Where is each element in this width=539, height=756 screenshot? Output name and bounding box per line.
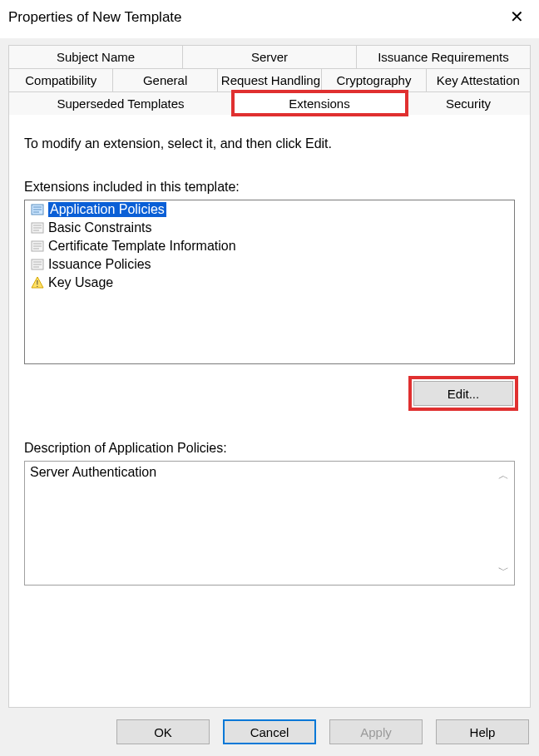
ok-button[interactable]: OK <box>116 719 210 744</box>
tab-container: Subject Name Server Issuance Requirement… <box>8 45 531 115</box>
list-item-label: Issuance Policies <box>48 257 151 272</box>
extensions-list-label: Extensions included in this template: <box>24 180 515 195</box>
cancel-button[interactable]: Cancel <box>223 719 316 744</box>
certificate-icon <box>30 257 45 272</box>
tab-label: Server <box>251 50 288 64</box>
dialog-title: Properties of New Template <box>8 9 182 26</box>
tab-security[interactable]: Security <box>407 91 531 115</box>
list-item[interactable]: ! Key Usage <box>25 274 514 292</box>
list-item[interactable]: Application Policies <box>25 200 514 219</box>
list-item-label: Basic Constraints <box>48 220 152 235</box>
description-label: Description of Application Policies: <box>24 441 515 456</box>
tab-label: Extensions <box>289 96 349 111</box>
tab-issuance-requirements[interactable]: Issuance Requirements <box>357 45 531 68</box>
list-item-label: Key Usage <box>48 275 113 290</box>
tab-compatibility[interactable]: Compatibility <box>8 68 113 91</box>
tab-request-handling[interactable]: Request Handling <box>218 68 322 91</box>
tab-subject-name[interactable]: Subject Name <box>8 45 183 68</box>
edit-button[interactable]: Edit... <box>413 381 513 406</box>
description-box[interactable]: Server Authentication ︿ ﹀ <box>24 461 515 586</box>
tab-server[interactable]: Server <box>183 45 357 68</box>
scroll-down-icon[interactable]: ﹀ <box>498 563 509 578</box>
tab-label: Issuance Requirements <box>378 50 509 64</box>
tab-label: Cryptography <box>336 73 411 87</box>
tab-row-2: Compatibility General Request Handling C… <box>8 68 531 91</box>
tab-label: Key Attestation <box>437 73 520 87</box>
tab-general[interactable]: General <box>113 68 217 91</box>
scroll-up-icon[interactable]: ︿ <box>498 468 509 483</box>
list-item[interactable]: Basic Constraints <box>25 219 514 237</box>
edit-button-highlight: Edit... <box>412 379 515 408</box>
svg-text:!: ! <box>37 279 39 289</box>
titlebar: Properties of New Template ✕ <box>0 0 539 38</box>
tab-row-3: Superseded Templates Extensions Security <box>8 91 531 115</box>
help-button[interactable]: Help <box>436 719 529 744</box>
list-item-label: Certificate Template Information <box>48 239 236 254</box>
tab-label: General <box>143 73 187 87</box>
tab-superseded-templates[interactable]: Superseded Templates <box>8 91 233 115</box>
properties-dialog: Properties of New Template ✕ Subject Nam… <box>0 0 539 756</box>
dialog-content: Subject Name Server Issuance Requirement… <box>0 38 539 708</box>
tab-label: Compatibility <box>25 73 96 87</box>
tab-row-1: Subject Name Server Issuance Requirement… <box>8 45 531 68</box>
certificate-icon <box>30 220 45 235</box>
tab-key-attestation[interactable]: Key Attestation <box>427 68 531 91</box>
extensions-panel: To modify an extension, select it, and t… <box>8 114 531 708</box>
certificate-icon <box>30 202 45 217</box>
list-item[interactable]: Certificate Template Information <box>25 237 514 255</box>
tab-label: Superseded Templates <box>57 96 184 111</box>
certificate-icon <box>30 239 45 254</box>
extensions-listbox[interactable]: Application Policies Basic Constraints C… <box>24 200 515 364</box>
list-item-label: Application Policies <box>48 202 166 217</box>
tab-label: Security <box>446 96 491 111</box>
warning-icon: ! <box>30 275 45 290</box>
tab-label: Request Handling <box>221 73 320 87</box>
list-item[interactable]: Issuance Policies <box>25 255 514 274</box>
tab-cryptography[interactable]: Cryptography <box>322 68 426 91</box>
dialog-button-bar: OK Cancel Apply Help <box>0 708 539 756</box>
description-text: Server Authentication <box>30 465 509 480</box>
tab-extensions[interactable]: Extensions <box>233 91 407 115</box>
instruction-text: To modify an extension, select it, and t… <box>24 136 515 151</box>
apply-button[interactable]: Apply <box>329 719 423 744</box>
tab-label: Subject Name <box>57 50 135 64</box>
close-button[interactable]: ✕ <box>504 5 529 30</box>
edit-button-row: Edit... <box>24 379 515 408</box>
